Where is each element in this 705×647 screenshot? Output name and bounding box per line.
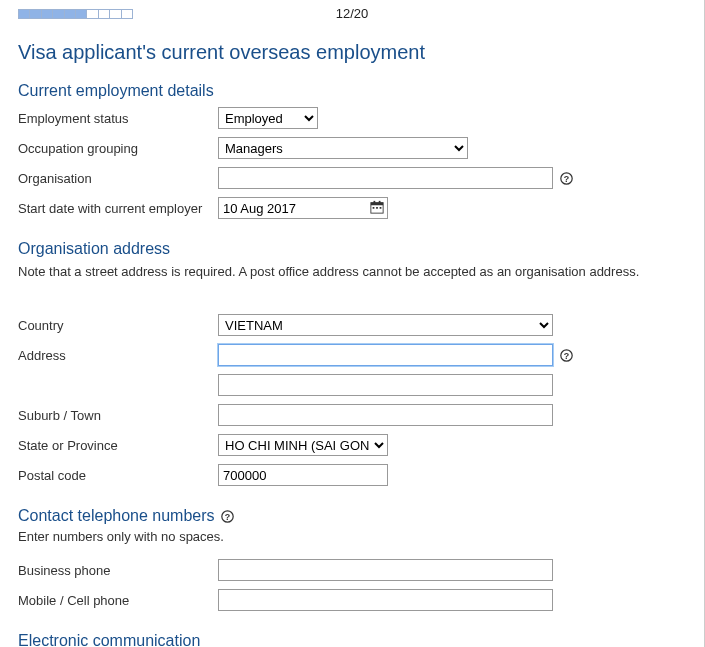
address-line1-input[interactable] <box>218 344 553 366</box>
svg-text:?: ? <box>563 173 568 183</box>
suburb-input[interactable] <box>218 404 553 426</box>
step-indicator: 12/20 <box>133 6 571 21</box>
help-icon[interactable]: ? <box>221 509 235 523</box>
occupation-grouping-label: Occupation grouping <box>18 141 218 156</box>
section-address-title: Organisation address <box>18 240 686 258</box>
start-date-label: Start date with current employer <box>18 201 218 216</box>
help-icon[interactable]: ? <box>559 171 573 185</box>
page-title: Visa applicant's current overseas employ… <box>18 41 686 64</box>
organisation-input[interactable] <box>218 167 553 189</box>
phone-note: Enter numbers only with no spaces. <box>18 529 686 544</box>
postal-label: Postal code <box>18 468 218 483</box>
business-phone-input[interactable] <box>218 559 553 581</box>
occupation-grouping-select[interactable]: Managers <box>218 137 468 159</box>
address-label: Address <box>18 348 218 363</box>
progress-row: 12/20 <box>18 0 686 21</box>
section-employment-title: Current employment details <box>18 82 686 100</box>
mobile-phone-label: Mobile / Cell phone <box>18 593 218 608</box>
address-line2-input[interactable] <box>218 374 553 396</box>
progress-bar <box>18 9 133 19</box>
employment-status-label: Employment status <box>18 111 218 126</box>
address-note: Note that a street address is required. … <box>18 264 686 279</box>
section-phone-title: Contact telephone numbers <box>18 507 215 525</box>
suburb-label: Suburb / Town <box>18 408 218 423</box>
postal-input[interactable] <box>218 464 388 486</box>
svg-text:?: ? <box>563 350 568 360</box>
state-label: State or Province <box>18 438 218 453</box>
country-select[interactable]: VIETNAM <box>218 314 553 336</box>
country-label: Country <box>18 318 218 333</box>
section-email-title: Electronic communication <box>18 632 686 647</box>
business-phone-label: Business phone <box>18 563 218 578</box>
svg-text:?: ? <box>225 511 230 521</box>
organisation-label: Organisation <box>18 171 218 186</box>
state-select[interactable]: HO CHI MINH (SAI GON) <box>218 434 388 456</box>
start-date-input[interactable] <box>218 197 388 219</box>
help-icon[interactable]: ? <box>559 348 573 362</box>
mobile-phone-input[interactable] <box>218 589 553 611</box>
employment-status-select[interactable]: Employed <box>218 107 318 129</box>
